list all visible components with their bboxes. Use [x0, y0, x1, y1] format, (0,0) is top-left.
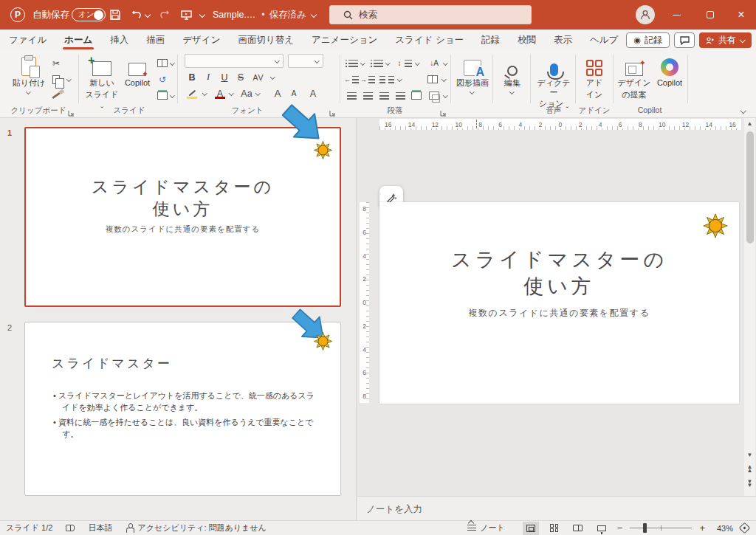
align-text-chevron[interactable] — [440, 72, 449, 86]
tab-review[interactable]: 校閲 — [509, 30, 545, 50]
notes-toggle-button[interactable]: ノート — [467, 522, 505, 534]
tab-file[interactable]: ファイル — [0, 30, 55, 50]
increase-indent-button[interactable]: → — [360, 72, 375, 86]
previous-slide-button[interactable]: ▲▲ — [744, 465, 755, 472]
character-spacing-button[interactable]: AV — [251, 70, 266, 84]
justify-button[interactable] — [393, 89, 408, 103]
numbering-button[interactable] — [369, 56, 384, 70]
language-indicator[interactable]: 日本語 — [88, 522, 112, 534]
cut-button[interactable]: ✂ — [49, 56, 63, 70]
new-slide-button[interactable]: 新しい スライド ˬ — [84, 54, 120, 108]
tab-record[interactable]: 記録 — [472, 30, 509, 50]
convert-smartart-button[interactable] — [427, 89, 441, 103]
dictate-button[interactable]: ディクテー ション ˬ — [534, 54, 574, 108]
tab-slideshow[interactable]: スライド ショー — [386, 30, 472, 50]
copy-chevron[interactable] — [65, 72, 74, 86]
tab-transitions[interactable]: 画面切り替え — [229, 30, 303, 50]
undo-icon[interactable] — [131, 0, 143, 30]
search-input[interactable]: 検索 — [329, 5, 532, 24]
accessibility-status[interactable]: アクセシビリティ: 問題ありません — [126, 522, 266, 534]
slide-sorter-view-button[interactable] — [546, 522, 563, 535]
distribute-button[interactable] — [409, 89, 424, 103]
close-button[interactable]: × — [726, 0, 756, 30]
collapse-ribbon-chevron-icon[interactable] — [740, 103, 746, 117]
section-button[interactable] — [155, 89, 170, 103]
reading-view-button[interactable] — [570, 522, 586, 535]
comments-button[interactable] — [674, 32, 695, 48]
columns-button[interactable] — [379, 72, 394, 86]
tab-view[interactable]: 表示 — [545, 30, 581, 50]
minimize-button[interactable] — [662, 0, 691, 30]
font-color-button[interactable]: A — [213, 86, 227, 100]
powerpoint-logo-icon[interactable]: P — [7, 0, 28, 30]
line-spacing-button[interactable]: ↕ — [397, 56, 412, 70]
decrease-indent-button[interactable]: ← — [344, 72, 359, 86]
spellcheck-icon[interactable] — [66, 525, 75, 531]
character-spacing-chevron[interactable] — [269, 70, 278, 84]
save-icon[interactable] — [109, 0, 121, 30]
align-left-button[interactable] — [344, 89, 359, 103]
undo-dropdown-chevron-icon[interactable] — [145, 0, 151, 30]
strikethrough-button[interactable]: S — [233, 70, 248, 84]
copilot-button[interactable]: Copilot — [653, 54, 686, 88]
maximize-button[interactable] — [695, 0, 725, 30]
vertical-scrollbar[interactable]: ▲ ▼ ▲▲ ▼▼ — [744, 118, 755, 496]
align-right-button[interactable] — [377, 89, 391, 103]
scroll-down-icon[interactable]: ▼ — [744, 452, 755, 458]
slide-canvas[interactable]: スライドマスターの 使い方 複数のスライドに共通の要素を配置する — [379, 202, 739, 404]
normal-view-button[interactable] — [523, 522, 539, 535]
zoom-slider-thumb[interactable] — [643, 523, 647, 533]
paste-button[interactable]: 貼り付け — [12, 54, 46, 94]
align-text-button[interactable] — [425, 72, 440, 86]
share-button[interactable]: 共有 — [699, 32, 752, 48]
section-chevron[interactable] — [168, 89, 177, 103]
bold-button[interactable]: B — [185, 70, 199, 84]
vertical-ruler[interactable]: 864202468 — [360, 202, 369, 403]
clipboard-dialog-launcher[interactable] — [68, 106, 75, 114]
redo-icon[interactable] — [158, 0, 170, 30]
customize-qat-chevron-icon[interactable] — [199, 0, 205, 30]
scroll-up-icon[interactable]: ▲ — [744, 120, 755, 127]
editing-button[interactable]: 編集 — [496, 54, 529, 94]
slide-title-text[interactable]: スライドマスターの 使い方 — [379, 246, 739, 300]
numbering-chevron[interactable] — [384, 56, 393, 70]
fit-slide-to-window-icon[interactable] — [739, 522, 751, 534]
font-name-combobox[interactable] — [185, 54, 284, 68]
slide-2-thumbnail[interactable]: スライドマスター スライドマスターとレイアウトを活用することで、統一感のあるスラ… — [24, 322, 341, 496]
autosave-toggle[interactable]: オン — [72, 0, 106, 30]
tab-animations[interactable]: アニメーション — [303, 30, 386, 50]
font-size-combobox[interactable] — [288, 54, 323, 68]
smartart-chevron[interactable] — [441, 89, 450, 103]
tab-draw[interactable]: 描画 — [137, 30, 173, 50]
start-slideshow-icon[interactable] — [180, 0, 193, 30]
columns-chevron[interactable] — [396, 72, 405, 86]
font-dialog-launcher[interactable] — [329, 106, 337, 114]
save-status-chevron-icon[interactable] — [311, 12, 317, 18]
slide-subtitle-text[interactable]: 複数のスライドに共通の要素を配置する — [379, 307, 739, 320]
clear-formatting-button[interactable]: A — [306, 86, 320, 100]
shapes-drawing-button[interactable]: 図形描画 — [454, 54, 491, 94]
format-painter-button[interactable] — [49, 89, 63, 103]
notes-pane[interactable]: ノートを入力 — [357, 496, 756, 520]
zoom-out-button[interactable]: − — [617, 522, 623, 534]
shrink-font-button[interactable]: A — [286, 86, 301, 100]
scrollbar-thumb[interactable] — [746, 131, 754, 244]
highlight-chevron[interactable] — [201, 86, 210, 100]
align-center-button[interactable] — [360, 89, 375, 103]
italic-button[interactable]: I — [201, 70, 216, 84]
layout-chevron[interactable] — [168, 56, 177, 70]
slide-1-thumbnail[interactable]: スライドマスターの 使い方 複数のスライドに共通の要素を配置する — [24, 127, 341, 307]
tab-insert[interactable]: 挿入 — [101, 30, 137, 50]
slides-copilot-button[interactable]: ✦ Copilot — [121, 54, 154, 88]
tab-design[interactable]: デザイン — [173, 30, 229, 50]
slideshow-view-button[interactable] — [594, 522, 610, 535]
underline-button[interactable]: U — [217, 70, 232, 84]
bullets-button[interactable] — [344, 56, 359, 70]
document-title[interactable]: Sample.… • 保存済み — [213, 0, 317, 30]
reset-slide-button[interactable]: ↺ — [155, 72, 170, 86]
zoom-level[interactable]: 43% — [712, 524, 733, 533]
line-spacing-chevron[interactable] — [413, 56, 422, 70]
next-slide-button[interactable]: ▼▼ — [744, 480, 755, 487]
zoom-slider[interactable] — [630, 528, 692, 529]
account-avatar[interactable] — [636, 5, 655, 24]
